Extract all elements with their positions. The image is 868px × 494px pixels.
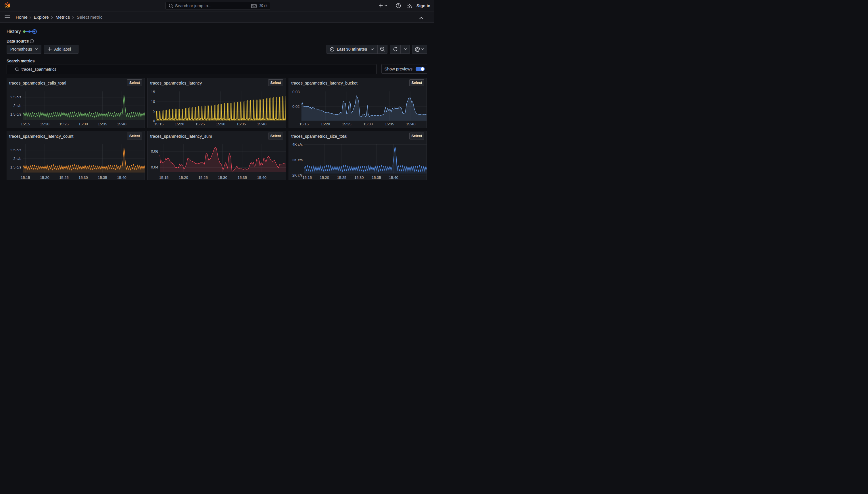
svg-text:15:25: 15:25: [198, 175, 208, 180]
svg-text:15:35: 15:35: [98, 175, 107, 180]
svg-text:15:40: 15:40: [389, 175, 398, 180]
svg-text:15:15: 15:15: [299, 121, 309, 126]
svg-text:15:35: 15:35: [98, 121, 107, 126]
svg-text:15:20: 15:20: [321, 121, 330, 126]
svg-text:2K c/s: 2K c/s: [292, 173, 303, 177]
svg-text:15:40: 15:40: [257, 121, 267, 126]
svg-text:0.04: 0.04: [151, 165, 158, 169]
svg-text:2 c/s: 2 c/s: [13, 103, 21, 108]
svg-text:15:25: 15:25: [59, 175, 69, 180]
svg-text:15:15: 15:15: [154, 121, 164, 126]
svg-text:15:25: 15:25: [59, 121, 69, 126]
svg-text:15:25: 15:25: [342, 121, 352, 126]
svg-text:15:15: 15:15: [159, 175, 169, 180]
svg-text:15:30: 15:30: [78, 175, 88, 180]
svg-text:0.03: 0.03: [292, 90, 299, 94]
svg-text:1.5 c/s: 1.5 c/s: [10, 112, 21, 116]
svg-text:4K c/s: 4K c/s: [292, 142, 303, 147]
svg-text:1.5 c/s: 1.5 c/s: [10, 165, 21, 169]
svg-text:2.5 c/s: 2.5 c/s: [10, 95, 21, 99]
svg-text:15:40: 15:40: [117, 175, 126, 180]
svg-text:15: 15: [151, 90, 155, 94]
svg-text:0.06: 0.06: [151, 149, 158, 154]
svg-text:15:15: 15:15: [21, 121, 30, 126]
svg-text:15:30: 15:30: [218, 175, 228, 180]
svg-text:15:15: 15:15: [302, 175, 312, 180]
svg-text:15:35: 15:35: [237, 121, 246, 126]
svg-text:15:15: 15:15: [21, 175, 30, 180]
svg-text:15:30: 15:30: [216, 121, 225, 126]
svg-text:3K c/s: 3K c/s: [292, 158, 303, 162]
svg-text:5: 5: [153, 109, 155, 113]
svg-text:15:25: 15:25: [195, 121, 205, 126]
svg-text:10: 10: [151, 99, 155, 104]
svg-text:15:20: 15:20: [175, 121, 184, 126]
svg-text:15:30: 15:30: [363, 121, 373, 126]
svg-text:2 c/s: 2 c/s: [13, 156, 21, 161]
svg-text:15:30: 15:30: [354, 175, 364, 180]
svg-text:15:40: 15:40: [117, 121, 126, 126]
svg-text:15:40: 15:40: [406, 121, 416, 126]
svg-text:15:35: 15:35: [238, 175, 247, 180]
svg-text:15:40: 15:40: [257, 175, 267, 180]
svg-text:15:25: 15:25: [337, 175, 347, 180]
svg-text:15:20: 15:20: [40, 175, 50, 180]
svg-text:15:20: 15:20: [179, 175, 188, 180]
svg-text:15:35: 15:35: [385, 121, 394, 126]
svg-text:15:35: 15:35: [372, 175, 381, 180]
svg-text:2.5 c/s: 2.5 c/s: [10, 148, 21, 152]
svg-text:15:20: 15:20: [40, 121, 50, 126]
svg-text:15:30: 15:30: [78, 121, 88, 126]
svg-text:15:20: 15:20: [320, 175, 329, 180]
svg-text:0.02: 0.02: [292, 104, 299, 109]
